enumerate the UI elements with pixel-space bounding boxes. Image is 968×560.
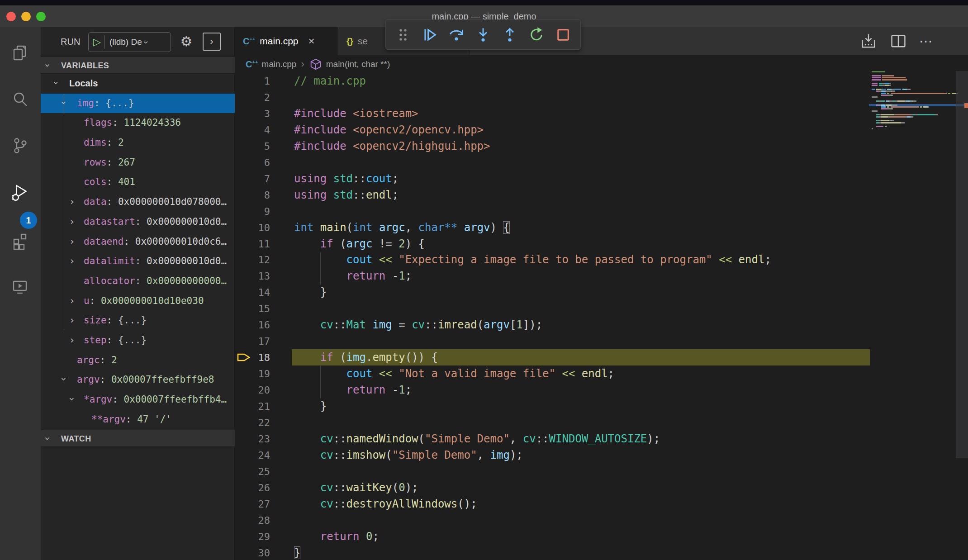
variable-row-pargv[interactable]: ›*argv: 0x00007ffeefbffb4… bbox=[41, 390, 235, 410]
line-number[interactable]: 1 bbox=[235, 73, 270, 90]
variable-row-argc[interactable]: argc: 2 bbox=[41, 351, 235, 370]
chevron-right-icon[interactable]: › bbox=[70, 232, 74, 251]
line-number[interactable]: 4 bbox=[235, 122, 270, 138]
code-line-5[interactable]: #include <opencv2/highgui.hpp> bbox=[294, 138, 771, 155]
chevron-down-icon[interactable]: › bbox=[55, 377, 73, 381]
sidebar-item-search[interactable] bbox=[0, 79, 41, 120]
line-number[interactable]: 29 bbox=[235, 529, 270, 545]
sidebar-item-source-control[interactable] bbox=[0, 126, 41, 166]
sidebar-item-extensions[interactable] bbox=[0, 221, 41, 261]
code-line-30[interactable]: } bbox=[294, 545, 771, 560]
line-number[interactable]: 14 bbox=[235, 285, 270, 301]
minimize-window-button[interactable] bbox=[21, 12, 31, 21]
code-line-29[interactable]: return 0; bbox=[294, 529, 771, 545]
line-number[interactable]: 8 bbox=[235, 187, 270, 204]
variable-row-datastart[interactable]: ›datastart: 0x000000010d0… bbox=[41, 212, 235, 232]
close-tab-icon[interactable]: × bbox=[308, 35, 315, 47]
line-number[interactable]: 21 bbox=[235, 399, 270, 415]
code-line-21[interactable]: } bbox=[294, 399, 771, 415]
chevron-right-icon[interactable]: › bbox=[70, 212, 74, 231]
chevron-down-icon[interactable]: › bbox=[47, 81, 66, 85]
line-number[interactable]: 3 bbox=[235, 106, 270, 122]
code-line-23[interactable]: cv::namedWindow("Simple Demo", cv::WINDO… bbox=[294, 431, 771, 447]
code-line-12[interactable]: cout << "Expecting a image file to be pa… bbox=[294, 252, 771, 268]
code-line-18[interactable]: if (img.empty()) { bbox=[294, 350, 771, 366]
variable-row-u[interactable]: ›u: 0x000000010d10e030 bbox=[41, 291, 235, 311]
variable-row-img[interactable]: ›img: {...} bbox=[41, 94, 235, 114]
variable-row-dims[interactable]: dims: 2 bbox=[41, 133, 235, 153]
code-line-6[interactable] bbox=[294, 155, 771, 171]
code-line-14[interactable]: } bbox=[294, 285, 771, 301]
code-line-15[interactable] bbox=[294, 301, 771, 317]
chevron-right-icon[interactable]: › bbox=[70, 311, 74, 329]
chevron-right-icon[interactable]: › bbox=[70, 192, 74, 211]
continue-button[interactable] bbox=[420, 25, 440, 45]
code-line-25[interactable] bbox=[294, 464, 771, 480]
scope-row-locals[interactable]: ›Locals bbox=[41, 74, 235, 94]
start-debugging-icon[interactable]: ▷ bbox=[89, 36, 104, 48]
desktop-download-icon[interactable] bbox=[859, 32, 878, 50]
line-number[interactable]: 16 bbox=[235, 317, 270, 333]
line-number[interactable]: 24 bbox=[235, 447, 270, 464]
code-line-8[interactable]: using std::endl; bbox=[294, 187, 771, 204]
line-number[interactable]: 15 bbox=[235, 301, 270, 317]
line-number[interactable]: 27 bbox=[235, 496, 270, 513]
code-line-28[interactable] bbox=[294, 513, 771, 529]
line-number[interactable]: 11 bbox=[235, 236, 270, 252]
gear-icon[interactable]: ⚙ bbox=[176, 32, 196, 52]
variable-row-allocator[interactable]: allocator: 0x00000000000… bbox=[41, 271, 235, 291]
code-line-17[interactable] bbox=[294, 333, 771, 350]
line-number[interactable]: 7 bbox=[235, 171, 270, 187]
chevron-right-icon[interactable]: › bbox=[70, 291, 74, 310]
restart-button[interactable] bbox=[527, 25, 546, 45]
vertical-scrollbar[interactable] bbox=[956, 71, 968, 458]
variable-row-dataend[interactable]: ›dataend: 0x000000010d0c6… bbox=[41, 232, 235, 252]
code-line-19[interactable]: cout << "Not a valid image file" << endl… bbox=[294, 366, 771, 382]
line-number[interactable]: 20 bbox=[235, 382, 270, 399]
variable-row-cols[interactable]: cols: 401 bbox=[41, 172, 235, 192]
stop-button[interactable] bbox=[553, 25, 573, 45]
variable-row-argv[interactable]: ›argv: 0x00007ffeefbff9e8 bbox=[41, 370, 235, 390]
zoom-window-button[interactable] bbox=[36, 12, 46, 21]
step-over-button[interactable] bbox=[446, 25, 466, 45]
chevron-right-icon[interactable]: › bbox=[70, 252, 74, 270]
code-line-4[interactable]: #include <opencv2/opencv.hpp> bbox=[294, 122, 771, 138]
breadcrumb-symbol[interactable]: main(int, char **) bbox=[326, 59, 390, 69]
code-line-16[interactable]: cv::Mat img = cv::imread(argv[1]); bbox=[294, 317, 771, 333]
line-number-gutter[interactable]: 1234567891011121314151617181920212223242… bbox=[235, 73, 270, 560]
line-number[interactable]: 30 bbox=[235, 545, 270, 560]
line-number[interactable]: 23 bbox=[235, 431, 270, 447]
variable-row-data[interactable]: ›data: 0x000000010d078000… bbox=[41, 192, 235, 212]
code-line-9[interactable] bbox=[294, 204, 771, 220]
variable-row-rows[interactable]: rows: 267 bbox=[41, 153, 235, 173]
breadcrumb-file[interactable]: main.cpp bbox=[261, 59, 296, 69]
line-number[interactable]: 13 bbox=[235, 268, 270, 285]
toolbar-drag-handle[interactable] bbox=[393, 25, 413, 45]
close-window-button[interactable] bbox=[6, 12, 16, 21]
line-number[interactable]: 28 bbox=[235, 513, 270, 529]
variable-row-step[interactable]: ›step: {...} bbox=[41, 331, 235, 351]
line-number[interactable]: 10 bbox=[235, 220, 270, 236]
tab-main-cpp[interactable]: C++ main.cpp × bbox=[235, 27, 338, 55]
line-number[interactable]: 25 bbox=[235, 464, 270, 480]
sidebar-item-explorer[interactable] bbox=[0, 33, 41, 73]
chevron-right-icon[interactable]: › bbox=[70, 331, 74, 349]
code-line-20[interactable]: return -1; bbox=[294, 382, 771, 399]
minimap[interactable] bbox=[872, 71, 958, 207]
variables-section-header[interactable]: › VARIABLES bbox=[41, 57, 235, 74]
watch-section-header[interactable]: › WATCH bbox=[41, 430, 235, 447]
code-line-7[interactable]: using std::cout; bbox=[294, 171, 771, 187]
code-line-13[interactable]: return -1; bbox=[294, 268, 771, 285]
variable-row-flags[interactable]: flags: 1124024336 bbox=[41, 113, 235, 133]
code-content[interactable]: // main.cpp#include <iostream>#include <… bbox=[294, 73, 771, 560]
code-line-26[interactable]: cv::waitKey(0); bbox=[294, 480, 771, 496]
line-number[interactable]: 22 bbox=[235, 415, 270, 431]
variable-row-datalimit[interactable]: ›datalimit: 0x000000010d0… bbox=[41, 252, 235, 271]
line-number[interactable]: 19 bbox=[235, 366, 270, 382]
code-line-2[interactable] bbox=[294, 90, 771, 106]
debug-console-icon[interactable]: › bbox=[203, 33, 221, 51]
variable-row-size[interactable]: ›size: {...} bbox=[41, 311, 235, 331]
code-line-24[interactable]: cv::imshow("Simple Demo", img); bbox=[294, 447, 771, 464]
chevron-down-icon[interactable]: › bbox=[63, 397, 81, 401]
code-line-27[interactable]: cv::destroyAllWindows(); bbox=[294, 496, 771, 513]
